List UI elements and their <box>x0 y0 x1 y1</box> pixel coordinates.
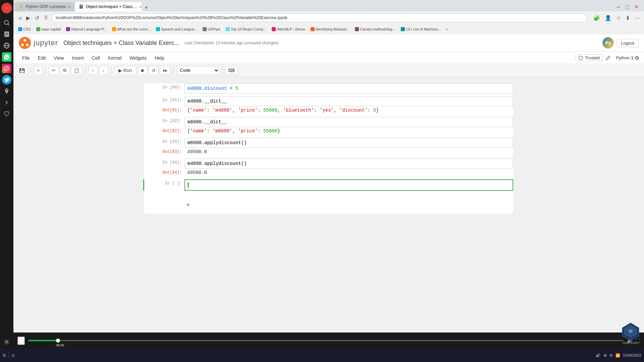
taskbar-datetime: 15/06/2022 <box>623 353 641 357</box>
video-progress-bar[interactable]: 05:20 <box>28 340 624 341</box>
tab-close-1[interactable]: ✕ <box>68 5 71 9</box>
os-icon-files[interactable] <box>2 29 11 39</box>
bookmark-css[interactable]: CSS <box>16 27 33 31</box>
new-tab-button[interactable]: + <box>142 4 151 11</box>
extensions-button[interactable]: 🧩 <box>592 13 601 22</box>
menu-edit[interactable]: Edit <box>35 54 49 62</box>
copy-button[interactable]: ⧉ <box>60 66 69 75</box>
bookmark-curr[interactable]: What are the curre... <box>110 27 153 31</box>
bookmark-naaz[interactable]: naaz capital <box>34 27 63 31</box>
menu-cell[interactable]: Cell <box>89 54 103 62</box>
os-icon-instagram[interactable] <box>2 64 11 73</box>
jupyter-menubar: File Edit View Insert Cell Kernel Widget… <box>13 52 644 64</box>
save-button[interactable]: 💾 <box>16 66 28 75</box>
add-cell-button[interactable]: + <box>34 66 43 75</box>
cell-84-input[interactable]: m4800.applydiscount() <box>184 159 513 169</box>
os-icon-heart[interactable] <box>2 109 11 119</box>
taskbar-volume[interactable]: 🔊 <box>596 353 600 358</box>
cell-83-prompt: In [83]: <box>144 138 184 148</box>
bookmark-allen[interactable]: AllenNLP - Demo <box>270 27 307 31</box>
bookmark-label-udpipe: UDPipe <box>208 27 220 31</box>
bookmark-react[interactable]: Top 10 React Comp... <box>224 27 268 31</box>
bookmark-ml[interactable]: 13+ List of Machine... <box>399 27 443 31</box>
os-icon-globe[interactable] <box>2 41 11 50</box>
svg-point-19 <box>26 44 29 46</box>
cell-84: In [84]: m4800.applydiscount() Out[84]: … <box>144 159 513 177</box>
bookmark-canary[interactable]: Canary:methodolog... <box>353 27 397 31</box>
bookmark-label-naaz: naaz capital <box>41 27 61 31</box>
taskbar-settings[interactable]: ⚙ <box>609 353 613 358</box>
apps-button[interactable]: ⠿ <box>43 13 49 22</box>
cell-80-input[interactable]: m4800.discount = 5 <box>184 83 513 94</box>
bookmark-mubash[interactable]: Identifying Mubash... <box>309 27 352 31</box>
taskbar-apps[interactable]: ||| <box>12 353 15 357</box>
bookmark-label-mubash: Identifying Mubash... <box>316 27 350 31</box>
tab-close-2[interactable]: ✕ <box>139 5 142 9</box>
bookmark-nlp[interactable]: Natural Language P... <box>64 27 109 31</box>
stop-button[interactable]: ■ <box>138 66 147 75</box>
menu-help[interactable]: Help <box>151 54 168 62</box>
browser-menu-button[interactable]: ⋯ <box>633 13 641 22</box>
os-icon-location[interactable] <box>2 86 11 96</box>
meta-brains-logo-svg: M <box>621 321 641 341</box>
reload-button[interactable]: ↺ <box>34 13 41 22</box>
address-bar[interactable] <box>51 13 587 22</box>
os-icon-twitter[interactable] <box>2 75 11 84</box>
cell-84-input-wrapper: In [84]: m4800.applydiscount() <box>144 159 513 169</box>
notebook-scroll-area[interactable]: In [80]: m4800.discount = 5 In [81]: <box>13 77 644 362</box>
taskbar-network[interactable]: 📶 <box>615 353 620 358</box>
profile-button[interactable]: 👤 <box>603 13 613 22</box>
downloads-button[interactable]: ⬇ <box>624 13 631 22</box>
taskbar-display[interactable]: 🖥 <box>603 353 607 357</box>
taskbar: ⊞ ||| 🔊 🖥 ⚙ 📶 15/06/2022 <box>0 349 644 362</box>
os-icon-settings[interactable] <box>2 337 11 347</box>
cell-active-input[interactable]: ​ <box>184 179 513 191</box>
os-icon-whatsapp[interactable] <box>2 52 11 62</box>
maximize-button[interactable]: □ <box>624 3 630 11</box>
cell-type-select[interactable]: Code Markdown Raw NBConvert Heading <box>176 66 219 75</box>
close-button[interactable]: ✕ <box>633 2 640 11</box>
os-icon-search[interactable] <box>2 18 11 27</box>
trusted-button[interactable]: Trusted <box>575 54 603 61</box>
tab-1[interactable]: 🐍 Python OOP Lectures/ ✕ <box>15 2 75 11</box>
video-progress-thumb[interactable] <box>56 339 60 343</box>
move-up-button[interactable]: ↑ <box>88 66 98 75</box>
cell-83-input[interactable]: m6600.applydiscount() <box>184 138 513 148</box>
bookmark-udpipe[interactable]: UDPipe <box>201 27 222 31</box>
keyboard-shortcut-button[interactable]: ⌨ <box>225 66 238 75</box>
logout-button[interactable]: Logout <box>616 39 639 47</box>
back-button[interactable]: ◀ <box>16 13 23 22</box>
paste-button[interactable]: 📋 <box>71 66 83 75</box>
cell-84-prompt: In [84]: <box>144 159 184 169</box>
menu-kernel[interactable]: Kernel <box>105 54 125 62</box>
cell-81-out-prompt: Out[81]: <box>144 106 184 114</box>
bookmark-speech[interactable]: Speech and Langua... <box>154 27 199 31</box>
run-button[interactable]: ▶ Run <box>114 66 137 75</box>
cut-button[interactable]: ✂ <box>49 66 59 75</box>
minimize-button[interactable]: ─ <box>615 3 622 11</box>
favorites-button[interactable]: ☆ <box>615 13 622 22</box>
bookmarks-more[interactable]: » <box>446 27 448 31</box>
os-icon-arrow-right[interactable] <box>2 98 11 107</box>
tab-2[interactable]: 📓 Object techniques + Class ... ✕ <box>75 2 142 11</box>
menu-insert[interactable]: Insert <box>69 54 87 62</box>
svg-point-17 <box>23 39 26 42</box>
os-icon-1[interactable] <box>1 3 12 13</box>
cell-active-area: ​ <box>184 179 513 191</box>
taskbar-start[interactable]: ⊞ <box>3 353 6 358</box>
cell-82-input[interactable]: m6600.__dict__ <box>184 117 513 127</box>
cell-83-output: 49500.0 <box>184 148 513 156</box>
menu-view[interactable]: View <box>51 54 67 62</box>
restart-button[interactable]: ↺ <box>149 66 159 75</box>
move-down-button[interactable]: ↓ <box>99 66 108 75</box>
bookmarks-bar: CSS naaz capital Natural Language P... W… <box>13 24 644 34</box>
video-pause-button[interactable]: ⏸ <box>17 337 25 345</box>
restart-run-button[interactable]: ⏭ <box>160 66 171 75</box>
menu-file[interactable]: File <box>19 54 33 62</box>
menu-widgets[interactable]: Widgets <box>126 54 150 62</box>
toolbar-sep-6 <box>222 67 222 74</box>
forward-button[interactable]: ▶ <box>25 13 32 22</box>
svg-point-12 <box>8 67 8 67</box>
python-logo: Py <box>602 37 614 49</box>
cell-81-input[interactable]: m4800.__dict__ <box>184 96 513 106</box>
